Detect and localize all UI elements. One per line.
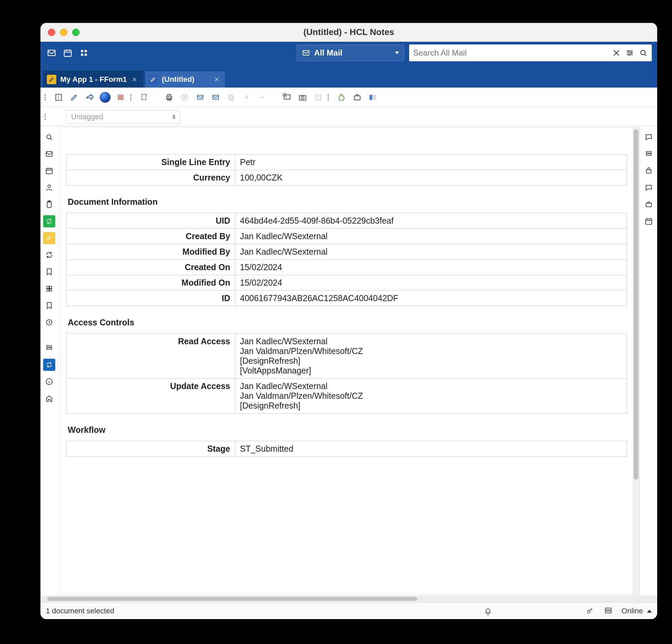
field-value: 40061677943AB26AC1258AC4004042DF: [235, 291, 627, 306]
rail-mail[interactable]: [43, 148, 55, 160]
calendar-icon[interactable]: [62, 47, 73, 59]
field-value: 15/02/2024: [235, 260, 627, 275]
mailbox-selector[interactable]: All Mail: [297, 45, 405, 61]
notifications-button[interactable]: [484, 607, 492, 615]
tab-untitled[interactable]: (Untitled): [145, 71, 226, 88]
rail-history[interactable]: [43, 316, 55, 328]
rail-chat[interactable]: [643, 131, 655, 143]
table-row: ID40061677943AB26AC1258AC4004042DF: [67, 291, 627, 306]
properties-button[interactable]: i: [52, 91, 65, 104]
table-row: Modified ByJan Kadlec/WSexternal: [67, 244, 627, 260]
apps-icon[interactable]: [78, 47, 89, 59]
plus-button[interactable]: [241, 91, 253, 104]
online-status[interactable]: Online: [622, 607, 652, 615]
new-document-button[interactable]: [138, 91, 150, 104]
workflow-table: Stage ST_Submitted: [67, 441, 627, 457]
rail-app-green[interactable]: [43, 215, 55, 227]
field-label: Modified By: [67, 244, 235, 260]
tab-app-form[interactable]: My App 1 - FForm1: [43, 71, 143, 88]
field-label: ID: [67, 291, 235, 306]
section-doc-info-title: Document Information: [68, 197, 633, 207]
main-toolbar: i ?: [40, 88, 657, 107]
table-row: Created ByJan Kadlec/WSexternal: [67, 229, 627, 244]
copy-button[interactable]: [225, 91, 237, 104]
rail-info[interactable]: [43, 376, 55, 388]
app-header: All Mail My App 1 - FForm1 (Untitled): [40, 42, 657, 88]
search-icon[interactable]: [639, 49, 648, 57]
layout-button[interactable]: [367, 91, 379, 104]
tab-close-button[interactable]: [131, 76, 138, 83]
table-row: Stage ST_Submitted: [67, 441, 627, 457]
document-scroll-area[interactable]: Single Line Entry Petr Currency 100,00CZ…: [61, 127, 633, 595]
toolbar-grip[interactable]: [130, 94, 133, 100]
mail-action-1[interactable]: [194, 91, 206, 104]
toolbar-grip[interactable]: [45, 114, 48, 120]
rail-contacts[interactable]: [43, 182, 55, 194]
chevron-down-icon: [395, 51, 399, 54]
toolbox-button[interactable]: [351, 91, 363, 104]
rail-panel-stack[interactable]: [643, 148, 655, 160]
field-label: Modified On: [67, 275, 235, 291]
rail-sync[interactable]: [43, 249, 55, 261]
rail-stack[interactable]: [43, 342, 55, 354]
print-button[interactable]: [163, 91, 175, 104]
preview-button[interactable]: [281, 91, 293, 104]
list-button[interactable]: [115, 91, 127, 104]
horizontal-scrollbar[interactable]: [40, 595, 657, 602]
tab-label: (Untitled): [162, 75, 194, 84]
chevron-up-icon: [647, 610, 652, 613]
rail-bookmark[interactable]: [43, 266, 55, 278]
table-row: Single Line Entry Petr: [67, 155, 627, 170]
rail-briefcase[interactable]: [643, 198, 655, 210]
replication-button[interactable]: [604, 607, 613, 615]
top-fields-table: Single Line Entry Petr Currency 100,00CZ…: [67, 154, 627, 185]
tag-selector[interactable]: Untagged: [66, 110, 181, 124]
tab-close-button[interactable]: [213, 76, 220, 83]
rail-grid[interactable]: [43, 283, 55, 295]
field-label: UID: [67, 213, 235, 229]
section-access-title: Access Controls: [68, 318, 633, 327]
toolbar-area: i ? Unta: [40, 88, 657, 126]
rail-bookmark2[interactable]: [43, 300, 55, 312]
field-value: 100,00CZK: [235, 170, 627, 185]
table-row: UID464bd4e4-2d55-409f-86b4-05229cb3feaf: [67, 213, 627, 229]
camera-button[interactable]: [297, 91, 309, 104]
globe-button[interactable]: [99, 91, 111, 104]
toolbar-grip[interactable]: [327, 94, 331, 100]
field-value: Jan Kadlec/WSexternal: [235, 229, 627, 244]
rail-todo[interactable]: [43, 198, 55, 210]
status-bar: 1 document selected Online: [40, 602, 657, 619]
rail-calendar[interactable]: [43, 165, 55, 177]
minus-button[interactable]: [256, 91, 268, 104]
svg-rect-38: [373, 95, 376, 100]
edit-button[interactable]: [68, 91, 80, 104]
cancel-button[interactable]: [179, 91, 191, 104]
rail-app-yellow[interactable]: [43, 232, 55, 244]
help-button[interactable]: ?: [312, 91, 324, 104]
search-options-icon[interactable]: [625, 49, 634, 57]
security-button[interactable]: [585, 607, 595, 615]
status-text: 1 document selected: [46, 607, 114, 615]
mail-icon: [302, 49, 310, 57]
plugin-button[interactable]: [336, 91, 348, 104]
mail-icon[interactable]: [46, 47, 57, 59]
mail-action-2[interactable]: [209, 91, 222, 104]
scrollbar-thumb[interactable]: [634, 129, 638, 479]
vertical-scrollbar[interactable]: [633, 127, 639, 595]
search-input[interactable]: [413, 48, 607, 58]
document-icon: [148, 75, 158, 84]
scrollbar-thumb[interactable]: [47, 597, 417, 601]
clear-icon[interactable]: [612, 49, 621, 57]
rail-app-blue[interactable]: [43, 359, 55, 371]
forward-button[interactable]: [84, 91, 96, 104]
rail-home[interactable]: [43, 392, 55, 404]
field-value: Jan Kadlec/WSexternal Jan Valdman/Plzen/…: [235, 379, 627, 414]
toolbar-grip[interactable]: [45, 94, 48, 100]
rail-search[interactable]: [43, 131, 55, 143]
rail-day[interactable]: [643, 215, 655, 227]
mailbox-label: All Mail: [314, 48, 343, 58]
svg-text:?: ?: [317, 95, 320, 100]
document-content: Single Line Entry Petr Currency 100,00CZ…: [61, 154, 633, 457]
rail-toolbox[interactable]: [643, 165, 655, 177]
rail-comment[interactable]: [643, 182, 655, 194]
